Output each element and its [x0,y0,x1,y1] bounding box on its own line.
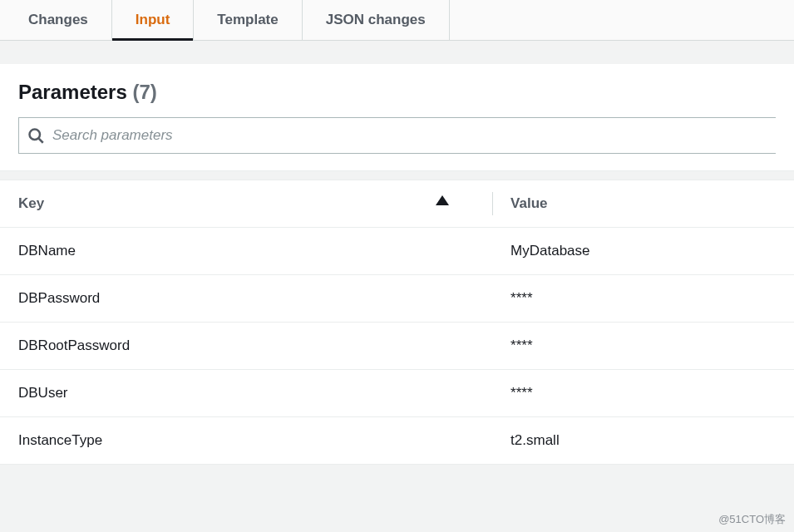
cell-value: **** [492,275,794,323]
svg-line-1 [39,139,43,143]
sort-asc-icon[interactable] [436,195,449,205]
column-header-value-label: Value [510,195,547,211]
section-title-text: Parameters [18,81,127,103]
parameters-table: Key Value DBNameMyDatabaseDBPassword****… [0,180,794,465]
watermark: @51CTO博客 [718,512,786,527]
table-row[interactable]: DBPassword**** [0,275,794,323]
table-row[interactable]: DBUser**** [0,370,794,417]
cell-key: DBPassword [0,275,492,323]
cell-value: **** [492,370,794,417]
search-box[interactable] [18,117,776,154]
tab-template[interactable]: Template [194,0,302,40]
search-input[interactable] [52,118,767,153]
column-header-key[interactable]: Key [0,180,492,228]
column-header-key-label: Key [18,195,44,211]
tab-bar: Changes Input Template JSON changes [0,0,794,41]
tab-input[interactable]: Input [112,0,195,40]
cell-value: MyDatabase [492,228,794,275]
svg-point-0 [30,130,41,140]
cell-key: DBName [0,228,492,275]
search-icon [27,127,44,144]
table-row[interactable]: DBNameMyDatabase [0,228,794,275]
tab-json-changes[interactable]: JSON changes [303,0,450,40]
parameters-card: Parameters (7) [0,64,794,170]
cell-key: InstanceType [0,417,492,465]
cell-value: **** [492,323,794,370]
section-divider [0,170,794,180]
section-count: (7) [132,81,156,103]
table-row[interactable]: DBRootPassword**** [0,323,794,370]
table-row[interactable]: InstanceTypet2.small [0,417,794,465]
tab-changes[interactable]: Changes [5,0,112,40]
cell-value: t2.small [492,417,794,465]
column-header-value[interactable]: Value [492,180,794,228]
cell-key: DBRootPassword [0,323,492,370]
cell-key: DBUser [0,370,492,417]
section-title: Parameters (7) [18,81,776,104]
